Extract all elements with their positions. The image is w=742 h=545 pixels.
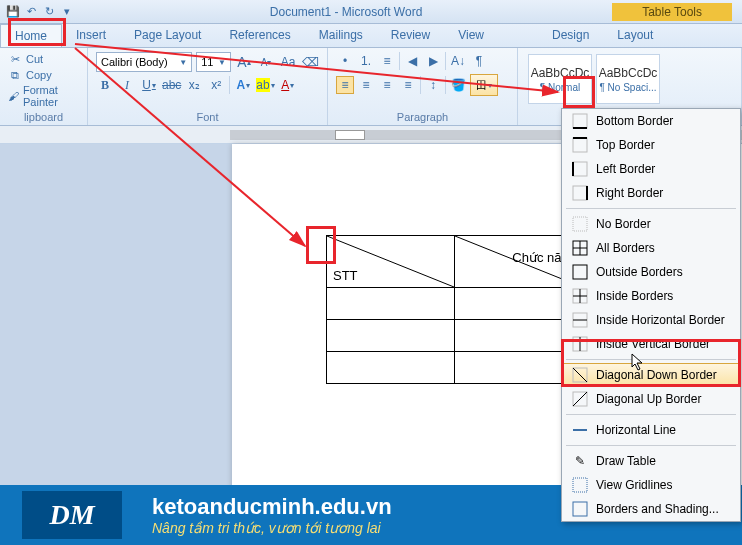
bottom-border-icon [572,113,588,129]
undo-icon[interactable]: ↶ [24,5,38,19]
svg-rect-14 [573,265,587,279]
show-marks-button[interactable]: ¶ [470,52,488,70]
clipboard-group-label: lipboard [8,111,79,123]
menu-draw-table[interactable]: ✎Draw Table [562,449,740,473]
tab-mailings[interactable]: Mailings [305,24,377,47]
underline-button[interactable]: U▾ [140,76,158,94]
align-right-button[interactable]: ≡ [378,76,396,94]
menu-left-border[interactable]: Left Border [562,157,740,181]
no-border-icon [572,216,588,232]
inside-v-border-icon [572,336,588,352]
table-header-cell-1[interactable]: STT [327,236,455,288]
font-name-combo[interactable]: Calibri (Body)▼ [96,52,192,72]
shading-button[interactable]: 🪣 [449,76,467,94]
qat-more-icon[interactable]: ▾ [60,5,74,19]
cut-button[interactable]: ✂Cut [8,52,79,66]
redo-icon[interactable]: ↻ [42,5,56,19]
menu-inside-horizontal-border[interactable]: Inside Horizontal Border [562,308,740,332]
tab-home[interactable]: Home [0,24,62,47]
menu-inside-vertical-border[interactable]: Inside Vertical Border [562,332,740,356]
menu-top-border[interactable]: Top Border [562,133,740,157]
menu-diagonal-up-border[interactable]: Diagonal Up Border [562,387,740,411]
document-table[interactable]: STT Chức năng [326,235,583,384]
scissors-icon: ✂ [8,52,22,66]
chevron-down-icon: ▼ [179,58,187,67]
menu-right-border[interactable]: Right Border [562,181,740,205]
logo: DM [22,491,122,539]
table-cell[interactable] [327,288,455,320]
menu-borders-and-shading[interactable]: Borders and Shading... [562,497,740,521]
strikethrough-button[interactable]: abc [162,76,181,94]
increase-indent-button[interactable]: ▶ [424,52,442,70]
shrink-font-button[interactable]: A▾ [257,53,275,71]
superscript-button[interactable]: x² [207,76,225,94]
clear-formatting-button[interactable]: ⌫ [301,53,319,71]
multilevel-list-button[interactable]: ≡ [378,52,396,70]
save-icon[interactable]: 💾 [6,5,20,19]
tab-view[interactable]: View [444,24,498,47]
decrease-indent-button[interactable]: ◀ [403,52,421,70]
grow-font-button[interactable]: A▴ [235,53,253,71]
chevron-down-icon: ▾ [488,81,492,90]
table-cell[interactable] [327,320,455,352]
style-no-spacing[interactable]: AaBbCcDc ¶ No Spaci... [596,54,660,104]
menu-no-border[interactable]: No Border [562,212,740,236]
header-text-1: STT [333,268,358,283]
tab-design[interactable]: Design [538,24,603,47]
menu-horizontal-line[interactable]: Horizontal Line [562,418,740,442]
horizontal-line-icon [572,422,588,438]
menu-all-borders[interactable]: All Borders [562,236,740,260]
table-cell[interactable] [327,352,455,384]
tab-review[interactable]: Review [377,24,444,47]
copy-button[interactable]: ⧉Copy [8,68,79,82]
menu-diagonal-down-border[interactable]: Diagonal Down Border [562,363,740,387]
svg-rect-8 [573,186,587,200]
line-spacing-button[interactable]: ↕ [424,76,442,94]
tab-layout[interactable]: Layout [603,24,667,47]
highlight-button[interactable]: ab▾ [256,76,274,94]
menu-view-gridlines[interactable]: View Gridlines [562,473,740,497]
border-grid-icon: 田 [476,78,487,93]
subscript-button[interactable]: x₂ [185,76,203,94]
font-size-combo[interactable]: 11▼ [196,52,231,72]
italic-button[interactable]: I [118,76,136,94]
footer-slogan: Nâng tầm tri thức, vươn tới tương lai [152,520,392,536]
sort-button[interactable]: A↓ [449,52,467,70]
numbering-button[interactable]: 1. [357,52,375,70]
format-painter-button[interactable]: 🖌Format Painter [8,84,79,108]
style-preview: AaBbCcDc [529,66,591,80]
style-normal[interactable]: AaBbCcDc ¶ Normal [528,54,592,104]
brush-icon: 🖌 [8,89,19,103]
justify-button[interactable]: ≡ [399,76,417,94]
borders-dropdown-menu: Bottom Border Top Border Left Border Rig… [561,108,741,522]
right-border-icon [572,185,588,201]
change-case-button[interactable]: Aa [279,53,297,71]
tab-references[interactable]: References [215,24,304,47]
tab-insert[interactable]: Insert [62,24,120,47]
text-effects-button[interactable]: A▾ [234,76,252,94]
align-center-button[interactable]: ≡ [357,76,375,94]
font-color-button[interactable]: A▾ [279,76,297,94]
window-title: Document1 - Microsoft Word [80,5,612,19]
format-painter-label: Format Painter [23,84,79,108]
bullets-button[interactable]: • [336,52,354,70]
svg-rect-27 [573,478,587,492]
align-left-button[interactable]: ≡ [336,76,354,94]
style-label: ¶ No Spaci... [597,82,659,93]
left-border-icon [572,161,588,177]
svg-rect-6 [573,162,587,176]
chevron-down-icon: ▼ [218,58,226,67]
svg-rect-2 [573,114,587,128]
svg-line-23 [573,368,587,382]
svg-line-25 [573,392,587,406]
borders-split-button[interactable]: 田▾ [470,74,498,96]
menu-bottom-border[interactable]: Bottom Border [562,109,740,133]
menu-outside-borders[interactable]: Outside Borders [562,260,740,284]
copy-label: Copy [26,69,52,81]
tab-page-layout[interactable]: Page Layout [120,24,215,47]
bold-button[interactable]: B [96,76,114,94]
style-label: ¶ Normal [529,82,591,93]
menu-inside-borders[interactable]: Inside Borders [562,284,740,308]
all-borders-icon [572,240,588,256]
inside-h-border-icon [572,312,588,328]
